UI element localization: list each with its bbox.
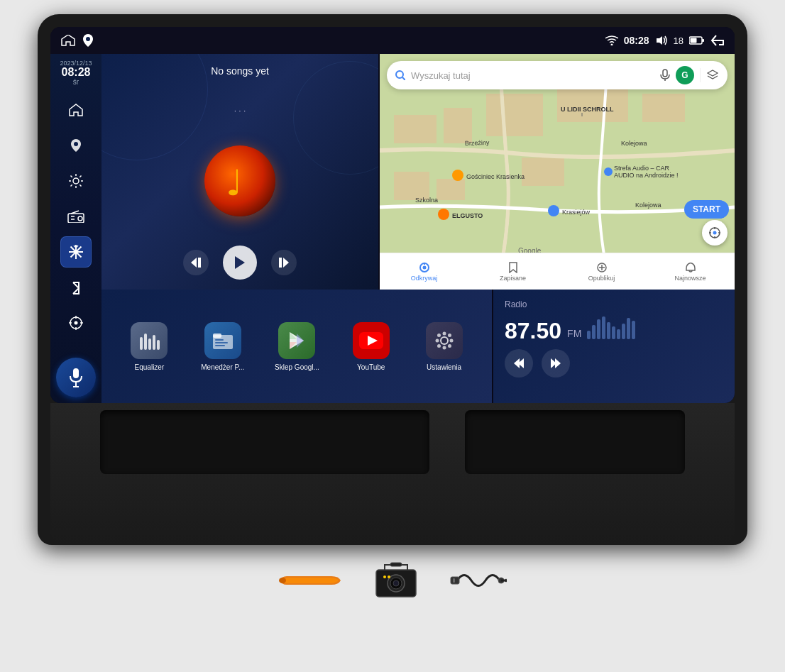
radio-bar-8: [622, 324, 625, 339]
app-label-settings: Ustawienia: [427, 363, 461, 371]
dash-center-divider: [437, 410, 458, 474]
car-unit: 08:28 18: [38, 14, 747, 602]
radio-bar-1: [587, 331, 591, 339]
svg-rect-37: [437, 179, 465, 200]
sidebar-btn-freeze[interactable]: [60, 236, 92, 268]
svg-text:U LIDII SCHROLL: U LIDII SCHROLL: [561, 106, 614, 113]
svg-marker-25: [191, 258, 197, 268]
map-bottom-nav: Odkrywaj Zapisane: [380, 253, 735, 290]
svg-line-56: [402, 77, 405, 80]
svg-point-55: [396, 71, 403, 78]
svg-rect-32: [444, 108, 472, 143]
music-subtitle: · · ·: [234, 106, 246, 116]
svg-rect-71: [140, 337, 143, 350]
map-pin-icon: [83, 34, 93, 47]
camera-icon: [370, 559, 422, 602]
sidebar-btn-maps[interactable]: [60, 130, 92, 161]
discover-icon: [419, 262, 430, 273]
svg-point-0: [86, 37, 90, 41]
map-search-bar[interactable]: Wyszukaj tutaj G: [387, 61, 728, 89]
radio-next-btn[interactable]: [542, 349, 570, 378]
svg-point-1: [610, 44, 613, 46]
svg-rect-57: [663, 70, 667, 77]
sidebar-btn-voice[interactable]: [56, 358, 96, 397]
map-user-avatar[interactable]: G: [676, 66, 694, 84]
status-bar-left: [60, 34, 93, 47]
svg-point-8: [78, 216, 82, 221]
sidebar-btn-home[interactable]: [60, 94, 92, 126]
map-location-btn[interactable]: [702, 220, 728, 246]
radio-frequency: 87.50: [505, 319, 561, 342]
map-search-icon: [395, 70, 405, 80]
svg-rect-75: [157, 340, 160, 350]
svg-point-16: [75, 321, 78, 325]
battery-icon: [689, 36, 705, 45]
map-nav-zapisane[interactable]: Zapisane: [468, 262, 557, 282]
sidebar-btn-bluetooth[interactable]: [60, 272, 92, 303]
map-start-btn[interactable]: START: [684, 200, 729, 219]
screen: 08:28 18: [50, 27, 735, 403]
svg-rect-35: [642, 94, 685, 122]
app-label-play: Sklep Googl...: [275, 363, 319, 371]
music-prev-btn[interactable]: [183, 250, 209, 275]
svg-rect-3: [702, 39, 704, 42]
back-icon[interactable]: [710, 35, 725, 46]
svg-rect-7: [68, 214, 84, 223]
map-nav-label-3: Najnowsze: [674, 275, 706, 282]
radio-label: Radio: [505, 299, 723, 309]
status-time: 08:28: [624, 35, 649, 46]
sidebar-btn-radio[interactable]: [60, 201, 92, 232]
svg-marker-100: [555, 358, 561, 368]
svg-point-101: [279, 578, 286, 583]
radio-prev-btn[interactable]: [505, 349, 533, 378]
svg-rect-38: [522, 158, 564, 186]
svg-rect-79: [215, 342, 228, 343]
svg-point-60: [713, 231, 717, 235]
map-nav-label-2: Opublikuj: [588, 275, 615, 282]
map-nav-najnowsze[interactable]: Najnowsze: [646, 262, 735, 282]
sidebar-btn-location[interactable]: [60, 307, 92, 338]
radio-bar-5: [607, 322, 610, 339]
svg-rect-36: [394, 172, 429, 200]
main-area: 2023/12/13 08:28 śr: [50, 54, 735, 403]
settings-app-icon: [426, 322, 463, 359]
map-nav-odkrywaj[interactable]: Odkrywaj: [380, 262, 468, 282]
radio-bar-6: [612, 326, 615, 339]
music-next-btn[interactable]: [271, 250, 297, 275]
dash-cutout-row: [50, 410, 735, 474]
svg-point-92: [449, 338, 453, 342]
music-player: No songs yet · · · ♩: [101, 54, 378, 290]
sidebar-btn-settings[interactable]: [60, 165, 92, 197]
svg-point-93: [437, 334, 441, 337]
svg-point-95: [448, 334, 451, 337]
map-nav-opublikuj[interactable]: Opublikuj: [557, 262, 646, 282]
app-item-equalizer[interactable]: Equalizer: [128, 322, 170, 371]
svg-rect-78: [215, 339, 224, 341]
app-launcher: Equalizer: [101, 290, 492, 403]
svg-point-43: [438, 209, 449, 220]
music-controls: [183, 246, 297, 280]
svg-rect-31: [394, 115, 437, 143]
music-note-icon: ♩: [222, 160, 258, 202]
app-item-play[interactable]: Sklep Googl...: [275, 322, 319, 371]
map-mic-icon[interactable]: [660, 69, 670, 82]
svg-text:ELGUSTO: ELGUSTO: [452, 212, 483, 219]
radio-bar-4: [602, 316, 605, 339]
app-item-files[interactable]: Menedżer P...: [201, 322, 244, 371]
svg-point-88: [441, 338, 447, 343]
sidebar-day: śr: [60, 78, 92, 86]
svg-text:Szkolna: Szkolna: [415, 197, 438, 204]
sidebar-time: 08:28: [60, 67, 92, 78]
svg-marker-82: [290, 332, 297, 339]
music-play-btn[interactable]: [223, 246, 257, 280]
accessories-row: [38, 559, 747, 602]
map-layers-icon[interactable]: [706, 69, 719, 82]
equalizer-icon: [131, 322, 168, 359]
app-item-settings[interactable]: Ustawienia: [423, 322, 466, 371]
svg-rect-72: [144, 334, 147, 350]
app-item-youtube[interactable]: YouTube: [350, 322, 392, 371]
dash-mount: [50, 403, 735, 545]
svg-marker-83: [290, 342, 297, 349]
map-search-divider: [700, 68, 701, 82]
dash-cutout-left: [100, 410, 429, 474]
